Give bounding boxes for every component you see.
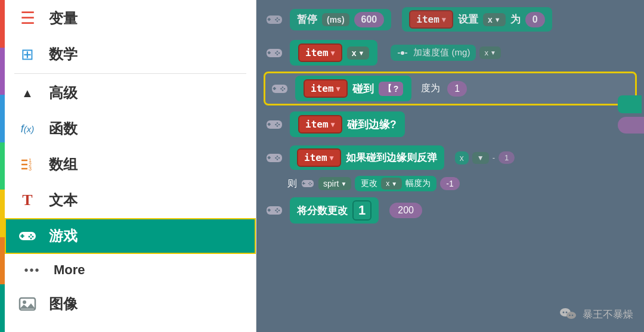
ze-label: 则 [287,178,297,190]
edge-block-1 [618,95,642,113]
sidebar-item-arrays[interactable]: 1 2 3 数组 [5,147,256,182]
sidebar-item-more[interactable]: ••• More [5,254,256,286]
x-label-right: x [455,151,469,165]
item-dropdown-1[interactable]: ▼ [331,49,335,57]
advanced-icon: ▲ [17,86,38,100]
svg-point-71 [569,315,571,317]
svg-point-63 [277,208,278,210]
svg-point-59 [309,184,311,185]
neg-val: 1 [499,151,515,164]
math-label: 数学 [49,45,78,64]
svg-point-10 [32,236,34,238]
sidebar-item-text[interactable]: T 文本 [5,182,256,218]
item-label-1: item [305,47,329,58]
variables-label: 变量 [49,9,78,28]
svg-rect-8 [20,235,24,237]
svg-point-18 [277,17,278,19]
block-row-4: item ▼ 如果碰到边缘则反弹 x ▼ - 1 [264,143,637,172]
cdb-label: 碰到边缘? [347,117,397,132]
arrays-label: 数组 [49,155,78,174]
svg-rect-55 [302,183,305,184]
text-icon: T [17,191,38,209]
svg-point-19 [278,18,280,20]
svg-point-51 [275,157,277,159]
change-x-block: 更改 x ▼ 幅度为 [355,176,436,191]
sidebar-item-advanced[interactable]: ▲ 高级 [5,75,256,111]
svg-rect-62 [268,210,271,211]
svg-rect-34 [273,88,277,89]
item-dropdown-2[interactable]: ▼ [336,85,340,93]
sidebar-items-container: ☰ 变量 ⊞ 数学 ▲ 高级 f(x) 函数 1 [5,0,256,322]
svg-point-66 [277,211,278,213]
math-icon: ⊞ [17,45,38,64]
block-row-1: item ▼ x ▼ 加速度值 (mg) x ▼ [264,38,637,68]
svg-point-64 [278,210,280,212]
entity-dropdown[interactable]: 【 ? [379,82,404,96]
wei-label: 为 [510,13,521,26]
spirt-change-block: spirt ▼ 更改 x ▼ 幅度为 -1 [301,176,460,191]
block-row-2-highlighted: item ▼ 碰到 【 ? 度为 1 [264,72,637,106]
x-dropdown-1[interactable]: x ▼ [483,13,506,26]
color-bar-purple [0,48,5,95]
gamepad-icon-0 [264,9,285,30]
item-x-block: item ▼ x ▼ [290,40,377,66]
ms-block: (ms) [322,13,349,26]
sidebar-item-image[interactable]: 图像 [5,286,256,322]
svg-point-70 [566,312,576,319]
svg-point-29 [401,51,404,55]
svg-point-72 [572,315,574,317]
svg-point-56 [309,182,311,183]
gamepad-icon-5 [264,200,285,221]
neg-block: -1 [440,177,459,190]
sidebar-item-game[interactable]: 游戏 [5,218,256,254]
svg-point-42 [277,122,278,124]
right-dropdown[interactable]: ▼ [472,152,489,164]
svg-point-43 [278,123,280,125]
color-bar-red [0,0,5,48]
val-200-block: 200 [389,203,422,218]
x-dropdown-3[interactable]: x ▼ [479,46,500,59]
item-block-4[interactable]: item ▼ [297,148,341,167]
sidebar: ☰ 变量 ⊞ 数学 ▲ 高级 f(x) 函数 1 [0,0,256,332]
acc-partial: 加速度值 (mg) x ▼ [391,45,500,61]
image-label: 图像 [49,294,78,314]
svg-point-44 [275,123,277,125]
item-dropdown-4[interactable]: ▼ [330,154,334,162]
svg-point-28 [277,54,278,55]
sidebar-item-variables[interactable]: ☰ 变量 [5,0,256,36]
gamepad-icon-sub [301,176,315,191]
item-block-0[interactable]: item ▼ [409,10,453,29]
svg-point-65 [275,210,277,212]
set-label: 设置 [458,13,478,26]
item-block-1[interactable]: item ▼ [298,44,342,62]
text-label: 文本 [49,191,78,210]
sidebar-item-functions[interactable]: f(x) 函数 [5,111,256,147]
divider-1 [14,73,246,74]
wechat-badge: 暴王不暴燥 [559,305,633,324]
svg-point-21 [277,20,278,22]
cdt-label: 碰到 [352,82,374,96]
x-dropdown-2[interactable]: x ▼ [347,46,370,60]
set-block: item ▼ 设置 x ▼ 为 0 [402,7,552,32]
spirt-block[interactable]: spirt ▼ [318,177,351,190]
item-dropdown-3[interactable]: ▼ [331,120,335,129]
svg-point-36 [284,88,286,89]
item-dropdown-0[interactable]: ▼ [442,15,446,24]
right-edge-blocks [618,95,644,134]
acc-icon [397,48,408,58]
score-block: 将分数更改 1 [290,197,379,224]
svg-point-68 [563,312,565,314]
svg-point-25 [277,51,278,52]
gamepad-icon-2 [269,78,290,100]
item-label-4: item [304,152,327,163]
svg-rect-48 [268,157,271,158]
item-block-2[interactable]: item ▼ [304,79,348,98]
item-block-3[interactable]: item ▼ [298,115,342,134]
wechat-label: 暴王不暴燥 [583,308,633,321]
x-dropdown-sub[interactable]: x ▼ [381,178,402,190]
wechat-icon [559,305,578,324]
sidebar-item-math[interactable]: ⊞ 数学 [5,36,256,72]
color-bar [0,0,5,332]
color-bar-blue [0,95,5,142]
game-icon [17,229,38,243]
